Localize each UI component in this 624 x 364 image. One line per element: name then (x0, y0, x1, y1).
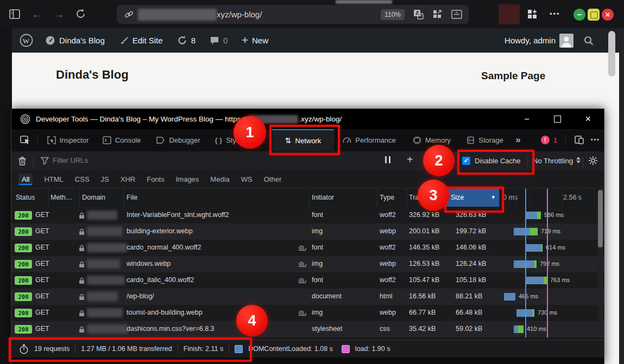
back-button[interactable]: ← (31, 0, 42, 28)
request-file: cardo_normal_400.woff2 (127, 244, 201, 251)
domain-redacted (87, 324, 128, 334)
forward-button[interactable]: → (53, 0, 64, 28)
clipped-text-fragment (336, 0, 392, 4)
domain-redacted (87, 210, 117, 220)
annotation-circle-3: 3 (418, 180, 449, 211)
request-initiator: img (312, 227, 323, 235)
request-method: GET (35, 325, 49, 333)
request-transferred: 146.35 kB (409, 244, 439, 251)
request-method: GET (35, 292, 49, 300)
request-transferred: 105.47 kB (409, 276, 439, 284)
lock-icon (79, 277, 85, 284)
table-row[interactable]: 200 GET Inter-VariableFont_slnt,wght.wof… (11, 207, 604, 223)
request-initiator: stylesheet (312, 325, 342, 333)
lock-icon (79, 326, 85, 333)
request-type: html (380, 292, 393, 300)
table-row[interactable]: 200 GET dashicons.min.css?ver=6.8.3 styl… (11, 321, 604, 337)
screenshot-root: ← → xyz/wp-blog/ 110% A ••• − × W Dinda'… (0, 0, 624, 364)
wordpress-logo-icon[interactable]: W (20, 34, 33, 47)
request-type: webp (380, 227, 396, 235)
status-badge: 200 (15, 244, 32, 252)
admin-bar-new[interactable]: + New (242, 34, 268, 47)
windows-restore-icon[interactable] (432, 9, 443, 20)
browser-menu-icon[interactable]: ••• (550, 10, 560, 18)
profile-avatar[interactable] (499, 4, 520, 24)
url-bar[interactable]: xyz/wp-blog/ 110% A (117, 5, 469, 24)
snail-icon (298, 261, 307, 267)
status-badge: 200 (15, 260, 32, 269)
status-badge: 200 (15, 211, 32, 220)
request-time: 410 ms (527, 325, 546, 332)
request-method: GET (35, 260, 49, 267)
request-initiator: img (312, 309, 323, 316)
request-size: 199.72 kB (456, 227, 486, 235)
request-type: woff2 (380, 211, 396, 219)
extensions-icon[interactable] (527, 9, 538, 20)
window-close-button[interactable]: × (602, 9, 614, 21)
translate-icon[interactable]: A (413, 9, 424, 20)
sidebar-toggle-icon[interactable] (9, 8, 21, 20)
page-nav-sample-page[interactable]: Sample Page (481, 70, 545, 82)
wp-admin-bar: W Dinda's Blog Edit Site 8 0 + New Howdy… (12, 28, 619, 53)
request-initiator: img (312, 260, 323, 267)
annotation-circle-4: 4 (236, 305, 268, 336)
domain-redacted (87, 276, 125, 285)
request-method: GET (35, 276, 49, 284)
window-maximize-button[interactable] (588, 9, 600, 21)
request-file: /wp-blog/ (127, 292, 154, 300)
lock-icon (79, 293, 85, 301)
table-row[interactable]: 200 GET tourist-and-building.webp img we… (11, 305, 604, 321)
admin-bar-edit-site[interactable]: Edit Site (119, 36, 163, 46)
admin-bar-updates[interactable]: 8 (177, 35, 196, 46)
request-time: 792 ms (540, 260, 559, 267)
request-method: GET (35, 227, 49, 235)
request-size: 146.06 kB (456, 244, 486, 251)
request-file: dashicons.min.css?ver=6.8.3 (127, 325, 215, 333)
svg-text:W: W (22, 37, 29, 45)
table-row[interactable]: 200 GET windows.webp img webp 126.53 kB … (11, 256, 604, 272)
table-row[interactable]: 200 GET cardo_italic_400.woff2 font woff… (11, 272, 604, 289)
zoom-level-badge[interactable]: 110% (381, 9, 405, 20)
request-initiator: font (312, 211, 323, 219)
status-badge: 200 (15, 309, 32, 317)
window-minimize-button[interactable]: − (573, 9, 585, 21)
annotation-rect-network-tab (269, 125, 340, 155)
admin-bar-comments[interactable]: 0 (210, 36, 228, 46)
lock-icon (79, 245, 85, 252)
reload-button[interactable] (75, 8, 86, 20)
request-size: 126.24 kB (456, 260, 486, 267)
request-type: webp (380, 260, 396, 267)
request-size: 66.48 kB (456, 309, 482, 316)
request-method: GET (35, 244, 49, 251)
annotation-rect-disable-cache (457, 150, 534, 175)
snail-icon (298, 278, 307, 284)
status-badge: 200 (15, 276, 32, 285)
request-time: 465 ms (519, 293, 538, 299)
request-initiator: font (312, 244, 323, 251)
bookmark-panel-icon[interactable] (451, 10, 462, 20)
updates-count: 8 (191, 36, 196, 45)
table-row[interactable]: 200 GET cardo_normal_400.woff2 font woff… (11, 240, 604, 256)
request-transferred: 326.92 kB (409, 211, 439, 219)
summary-domcontentloaded[interactable]: DOMContentLoaded: 1.08 s (248, 345, 333, 353)
table-scrollbar-thumb[interactable] (598, 190, 603, 247)
lock-icon (79, 261, 85, 268)
admin-bar-account[interactable]: Howdy, admin (505, 34, 573, 48)
status-badge: 200 (15, 292, 32, 301)
domain-redacted (87, 227, 122, 236)
request-transferred: 66.77 kB (409, 309, 436, 316)
url-domain-redacted (138, 9, 217, 21)
waterfall-bar (526, 212, 541, 219)
admin-bar-site-name[interactable]: Dinda's Blog (45, 35, 105, 46)
comments-count: 0 (223, 36, 228, 45)
table-row[interactable]: 200 GET building-exterior.webp img webp … (11, 223, 604, 240)
request-time: 614 ms (546, 244, 565, 251)
dashboard-gauge-icon (45, 35, 55, 46)
page-scrollbar-thumb[interactable] (608, 31, 615, 76)
search-icon[interactable] (583, 35, 594, 46)
table-row[interactable]: 200 GET /wp-blog/ document html 16.56 kB… (11, 289, 604, 305)
domain-redacted (87, 308, 123, 317)
page-site-title[interactable]: Dinda's Blog (56, 68, 129, 82)
summary-load[interactable]: load: 1.90 s (355, 345, 390, 353)
waterfall-bar (504, 293, 515, 301)
